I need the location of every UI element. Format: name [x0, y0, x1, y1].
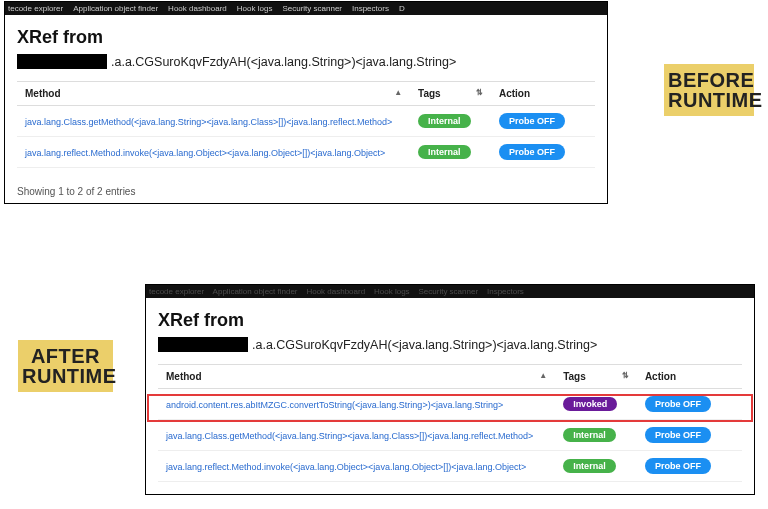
page-title: XRef from: [158, 310, 742, 331]
page-title: XRef from: [17, 27, 595, 48]
table-row: java.lang.reflect.Method.invoke(<java.la…: [158, 451, 742, 482]
method-link[interactable]: java.lang.Class.getMethod(<java.lang.Str…: [25, 117, 392, 127]
tab-bar: tecode explorer Application object finde…: [5, 2, 607, 15]
col-action: Action: [637, 365, 742, 389]
tag-badge: Invoked: [563, 397, 617, 411]
tag-badge: Internal: [563, 459, 616, 473]
table-row: android.content.res.abItMZGC.convertToSt…: [158, 389, 742, 420]
col-method[interactable]: Method▲: [17, 82, 410, 106]
probe-toggle-button[interactable]: Probe OFF: [499, 113, 565, 129]
tab[interactable]: Hook logs: [237, 4, 273, 13]
method-link[interactable]: java.lang.Class.getMethod(<java.lang.Str…: [166, 431, 533, 441]
tab-bar: tecode explorer Application object finde…: [146, 285, 754, 298]
probe-toggle-button[interactable]: Probe OFF: [499, 144, 565, 160]
tab[interactable]: D: [399, 4, 405, 13]
method-signature: .a.a.CGSuroKqvFzdyAH(<java.lang.String>)…: [17, 54, 595, 69]
tab[interactable]: Application object finder: [73, 4, 158, 13]
table-footer: Showing 1 to 2 of 2 entries: [5, 180, 607, 203]
tag-badge: Internal: [418, 145, 471, 159]
method-link[interactable]: java.lang.reflect.Method.invoke(<java.la…: [25, 148, 385, 158]
xref-table: Method▲ Tags⇅ Action java.lang.Class.get…: [17, 81, 595, 168]
redacted-block: [17, 54, 107, 69]
tab[interactable]: Inspectors: [352, 4, 389, 13]
after-runtime-label: AFTERRUNTIME: [18, 340, 113, 392]
redacted-block: [158, 337, 248, 352]
tab[interactable]: Hook dashboard: [168, 4, 227, 13]
xref-table: Method▲ Tags⇅ Action android.content.res…: [158, 364, 742, 482]
method-link[interactable]: java.lang.reflect.Method.invoke(<java.la…: [166, 462, 526, 472]
before-runtime-label: BEFORERUNTIME: [664, 64, 754, 116]
tag-badge: Internal: [563, 428, 616, 442]
col-method[interactable]: Method▲: [158, 365, 555, 389]
tab[interactable]: Security scanner: [282, 4, 342, 13]
col-action: Action: [491, 82, 595, 106]
probe-toggle-button[interactable]: Probe OFF: [645, 458, 711, 474]
method-signature: .a.a.CGSuroKqvFzdyAH(<java.lang.String>)…: [158, 337, 742, 352]
probe-toggle-button[interactable]: Probe OFF: [645, 427, 711, 443]
tab[interactable]: tecode explorer: [8, 4, 63, 13]
probe-toggle-button[interactable]: Probe OFF: [645, 396, 711, 412]
table-row: java.lang.Class.getMethod(<java.lang.Str…: [17, 106, 595, 137]
table-row: java.lang.reflect.Method.invoke(<java.la…: [17, 137, 595, 168]
method-link[interactable]: android.content.res.abItMZGC.convertToSt…: [166, 400, 503, 410]
col-tags[interactable]: Tags⇅: [410, 82, 491, 106]
table-row: java.lang.Class.getMethod(<java.lang.Str…: [158, 420, 742, 451]
tag-badge: Internal: [418, 114, 471, 128]
col-tags[interactable]: Tags⇅: [555, 365, 637, 389]
